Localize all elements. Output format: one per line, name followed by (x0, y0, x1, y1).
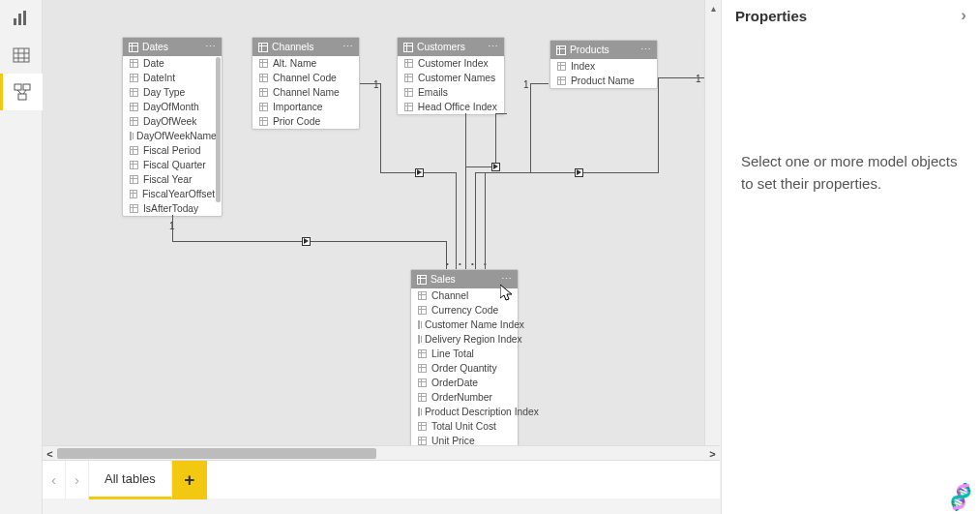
relationship-line[interactable] (530, 83, 531, 172)
table-header-customers[interactable]: Customers ⋯ (398, 38, 504, 56)
model-icon (14, 83, 31, 101)
relationship-line[interactable] (446, 241, 447, 269)
field-row[interactable]: Alt. Name (252, 56, 359, 71)
field-row[interactable]: Product Description Index (411, 405, 518, 419)
field-row[interactable]: FiscalYearOffset (123, 187, 222, 201)
relationship-line[interactable] (658, 77, 704, 78)
field-row[interactable]: OrderDate (411, 376, 518, 390)
more-icon[interactable]: ⋯ (501, 273, 512, 286)
field-icon (404, 88, 413, 97)
relationship-line[interactable] (495, 113, 496, 167)
field-icon (418, 349, 427, 358)
table-products[interactable]: Products ⋯ Index Product Name (549, 40, 658, 89)
scroll-right-icon[interactable]: > (705, 446, 720, 461)
field-row[interactable]: Fiscal Year (123, 172, 222, 187)
table-header-sales[interactable]: Sales ⋯ (411, 270, 518, 288)
more-icon[interactable]: ⋯ (205, 41, 216, 53)
field-row[interactable]: Fiscal Period (123, 143, 222, 158)
canvas-vertical-scrollbar[interactable]: ▴ ▾ (704, 0, 720, 460)
canvas-horizontal-scrollbar[interactable]: < > (43, 445, 720, 460)
field-row[interactable]: Importance (252, 100, 359, 114)
properties-panel: Properties › Select one or more model ob… (721, 0, 980, 514)
table-customers[interactable]: Customers ⋯ Customer Index Customer Name… (397, 37, 505, 115)
add-tab-button[interactable]: + (172, 461, 207, 499)
table-dates[interactable]: Dates ⋯ Date DateInt Day Type DayOfMonth… (122, 37, 223, 217)
data-view-button[interactable] (0, 37, 43, 74)
table-header-dates[interactable]: Dates ⋯ (123, 38, 222, 56)
more-icon[interactable]: ⋯ (488, 41, 498, 53)
more-icon[interactable]: ⋯ (342, 41, 353, 53)
field-row[interactable]: Customer Index (398, 56, 504, 71)
relationship-line[interactable] (456, 172, 457, 269)
field-icon (130, 190, 137, 198)
scrollbar-thumb[interactable] (57, 448, 376, 459)
field-row[interactable]: Fiscal Quarter (123, 158, 222, 172)
table-icon (13, 46, 30, 64)
field-row[interactable]: Order Quantity (411, 361, 518, 376)
tab-next-button[interactable]: › (66, 461, 89, 499)
field-row[interactable]: Head Office Index (398, 100, 504, 114)
field-row[interactable]: Line Total (411, 347, 518, 361)
field-icon (404, 59, 413, 68)
relationship-line[interactable] (475, 172, 476, 269)
relationship-line[interactable] (530, 83, 549, 84)
relationship-line[interactable] (465, 113, 466, 269)
model-canvas[interactable]: Dates ⋯ Date DateInt Day Type DayOfMonth… (43, 0, 720, 460)
field-icon (418, 320, 420, 329)
field-icon (130, 132, 132, 140)
relationship-line[interactable] (485, 172, 659, 173)
relationship-line[interactable] (172, 215, 173, 242)
bar-chart-icon (13, 10, 30, 27)
field-row[interactable]: DateInt (123, 71, 222, 85)
field-icon (418, 422, 427, 431)
field-icon (130, 175, 138, 184)
field-row[interactable]: Customer Names (398, 71, 504, 85)
many-side-dots: • • • • (446, 259, 490, 268)
field-row[interactable]: Currency Code (411, 303, 518, 317)
svg-rect-8 (15, 84, 21, 90)
tab-prev-button[interactable]: ‹ (43, 461, 66, 499)
field-icon (259, 74, 268, 82)
field-row[interactable]: Delivery Region Index (411, 332, 518, 347)
field-row[interactable]: Index (550, 59, 657, 74)
scroll-up-icon[interactable]: ▴ (705, 0, 721, 15)
field-icon (418, 378, 427, 387)
field-row[interactable]: Date (123, 56, 222, 71)
relationship-line[interactable] (495, 113, 507, 114)
table-sales[interactable]: Sales ⋯ Channel Currency Code Customer N… (410, 269, 519, 449)
field-row[interactable]: Channel Name (252, 85, 359, 100)
relationship-line[interactable] (360, 83, 381, 84)
field-row[interactable]: OrderNumber (411, 390, 518, 405)
field-row[interactable]: IsAfterToday (123, 201, 222, 216)
field-row[interactable]: DayOfMonth (123, 100, 222, 114)
relationship-line[interactable] (485, 172, 486, 269)
table-scrollbar[interactable] (216, 57, 221, 202)
field-row[interactable]: Emails (398, 85, 504, 100)
field-row[interactable]: DayOfWeek (123, 114, 222, 129)
field-icon (259, 103, 268, 111)
field-row[interactable]: Channel (411, 288, 518, 303)
table-icon (417, 275, 427, 285)
relationship-line[interactable] (380, 83, 381, 173)
field-icon (130, 117, 138, 126)
field-row[interactable]: Product Name (550, 74, 657, 88)
table-channels[interactable]: Channels ⋯ Alt. Name Channel Code Channe… (252, 37, 360, 130)
field-row[interactable]: Customer Name Index (411, 317, 518, 332)
tab-all-tables[interactable]: All tables (89, 461, 172, 499)
table-icon (556, 45, 566, 55)
table-header-products[interactable]: Products ⋯ (550, 41, 657, 59)
relationship-line[interactable] (658, 77, 659, 172)
field-row[interactable]: Day Type (123, 85, 222, 100)
scroll-left-icon[interactable]: < (43, 446, 57, 461)
field-row[interactable]: DayOfWeekName (123, 129, 222, 143)
model-view-button[interactable] (0, 74, 43, 110)
table-header-channels[interactable]: Channels ⋯ (252, 38, 359, 56)
report-view-button[interactable] (0, 0, 43, 37)
field-row[interactable]: Channel Code (252, 71, 359, 85)
field-icon (418, 408, 420, 416)
collapse-panel-icon[interactable]: › (961, 6, 966, 25)
more-icon[interactable]: ⋯ (640, 44, 651, 56)
multiplicity-label: 1 (696, 74, 701, 84)
field-row[interactable]: Prior Code (252, 114, 359, 129)
field-row[interactable]: Total Unit Cost (411, 419, 518, 434)
